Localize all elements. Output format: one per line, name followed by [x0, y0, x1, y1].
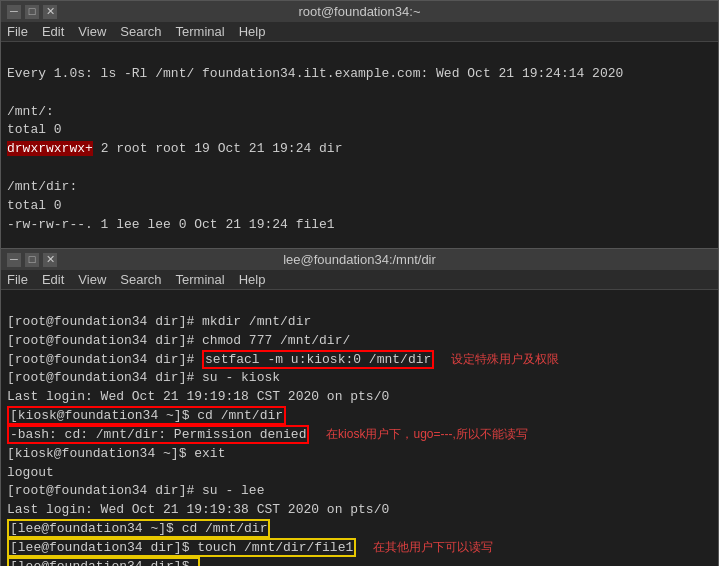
line-lee-touch: [lee@foundation34 dir]$ touch /mnt/dir/f… — [7, 540, 483, 555]
top-menu-bar: File Edit View Search Terminal Help — [1, 22, 718, 42]
watch-line: Every 1.0s: ls -Rl /mnt/ foundation34.il… — [7, 66, 623, 81]
bottom-terminal-content: [root@foundation34 dir]# mkdir /mnt/dir … — [1, 290, 718, 566]
file1-entry: -rw-rw-r--. 1 lee lee 0 Oct 21 19:24 fil… — [7, 217, 335, 232]
line-cd-mnt: [kiosk@foundation34 ~]$ cd /mnt/dir — [7, 406, 286, 425]
menu-view-bottom[interactable]: View — [78, 272, 106, 287]
permission-denied-box: -bash: cd: /mnt/dir: Permission denied — [7, 425, 309, 444]
total-0-top: total 0 — [7, 122, 62, 137]
line-permission-denied: -bash: cd: /mnt/dir: Permission denied 在… — [7, 427, 518, 442]
top-terminal-window: ─ □ ✕ root@foundation34:~ File Edit View… — [0, 0, 719, 248]
top-terminal-title: root@foundation34:~ — [61, 4, 658, 19]
line-su-lee: [root@foundation34 dir]# su - lee — [7, 483, 264, 498]
top-terminal-content: Every 1.0s: ls -Rl /mnt/ foundation34.il… — [1, 42, 718, 257]
total-0-sub: total 0 — [7, 198, 62, 213]
dir-perms: drwxrwxrwx+ — [7, 141, 93, 156]
maximize-btn-top[interactable]: □ — [25, 5, 39, 19]
bottom-terminal-window: ─ □ ✕ lee@foundation34:/mnt/dir File Edi… — [0, 248, 719, 566]
menu-edit-bottom[interactable]: Edit — [42, 272, 64, 287]
bottom-menu-bar: File Edit View Search Terminal Help — [1, 270, 718, 290]
lee-touch-box: [lee@foundation34 dir]$ touch /mnt/dir/f… — [7, 538, 356, 557]
minimize-btn-bottom[interactable]: ─ — [7, 253, 21, 267]
line-setfacl: [root@foundation34 dir]# setfacl -m u:ki… — [7, 352, 549, 367]
bottom-terminal-title: lee@foundation34:/mnt/dir — [61, 252, 658, 267]
bottom-title-bar: ─ □ ✕ lee@foundation34:/mnt/dir — [1, 249, 718, 270]
top-title-bar: ─ □ ✕ root@foundation34:~ — [1, 1, 718, 22]
annotation-kiosk: 在kiosk用户下，ugo=---,所以不能读写 — [319, 427, 527, 441]
menu-search-top[interactable]: Search — [120, 24, 161, 39]
menu-help-bottom[interactable]: Help — [239, 272, 266, 287]
mnt-dir-entry: drwxrwxrwx+ 2 root root 19 Oct 21 19:24 … — [7, 141, 342, 156]
line-lee-cd: [lee@foundation34 ~]$ cd /mnt/dir — [7, 519, 270, 538]
mnt-dir-label: /mnt/: — [7, 104, 54, 119]
annotation-lee: 在其他用户下可以读写 — [366, 540, 493, 554]
menu-terminal-bottom[interactable]: Terminal — [176, 272, 225, 287]
line-lee-prompt: [lee@foundation34 dir]$ — [7, 557, 200, 566]
menu-help-top[interactable]: Help — [239, 24, 266, 39]
minimize-btn-top[interactable]: ─ — [7, 5, 21, 19]
setfacl-command: setfacl -m u:kiosk:0 /mnt/dir — [202, 350, 434, 369]
menu-file-top[interactable]: File — [7, 24, 28, 39]
line-logout: logout — [7, 465, 54, 480]
line-lastlogin-lee: Last login: Wed Oct 21 19:19:38 CST 2020… — [7, 502, 389, 517]
line-chmod: [root@foundation34 dir]# chmod 777 /mnt/… — [7, 333, 350, 348]
close-btn-bottom[interactable]: ✕ — [43, 253, 57, 267]
lee-commands-box: [lee@foundation34 ~]$ cd /mnt/dir — [7, 519, 270, 538]
menu-terminal-top[interactable]: Terminal — [176, 24, 225, 39]
close-btn-top[interactable]: ✕ — [43, 5, 57, 19]
lee-prompt-box: [lee@foundation34 dir]$ — [7, 557, 200, 566]
menu-file-bottom[interactable]: File — [7, 272, 28, 287]
kiosk-cd-box: [kiosk@foundation34 ~]$ cd /mnt/dir — [7, 406, 286, 425]
menu-edit-top[interactable]: Edit — [42, 24, 64, 39]
line-lastlogin-kiosk: Last login: Wed Oct 21 19:19:18 CST 2020… — [7, 389, 389, 404]
line-exit-kiosk: [kiosk@foundation34 ~]$ exit — [7, 446, 225, 461]
mnt-dir-sub-label: /mnt/dir: — [7, 179, 77, 194]
line-mkdir: [root@foundation34 dir]# mkdir /mnt/dir — [7, 314, 311, 329]
menu-search-bottom[interactable]: Search — [120, 272, 161, 287]
menu-view-top[interactable]: View — [78, 24, 106, 39]
annotation-setfacl: 设定特殊用户及权限 — [444, 352, 559, 366]
maximize-btn-bottom[interactable]: □ — [25, 253, 39, 267]
line-su-kiosk: [root@foundation34 dir]# su - kiosk — [7, 370, 280, 385]
